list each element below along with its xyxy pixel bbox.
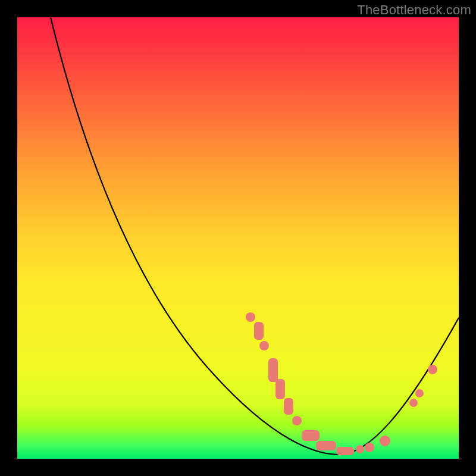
curve-marker-5 <box>284 398 293 415</box>
curve-marker-2 <box>259 341 269 350</box>
watermark-text: TheBottleneck.com <box>357 2 471 18</box>
curve-marker-3 <box>268 358 278 382</box>
marker-layer <box>246 312 437 455</box>
curve-marker-11 <box>365 443 374 452</box>
curve-marker-15 <box>428 365 437 374</box>
curve-marker-7 <box>302 430 320 441</box>
curve-marker-0 <box>246 312 255 322</box>
curve-marker-13 <box>409 399 418 407</box>
curve-marker-6 <box>292 416 302 425</box>
chart-area <box>17 17 459 459</box>
curve-marker-1 <box>254 322 264 340</box>
bottleneck-chart-svg <box>17 17 459 459</box>
bottleneck-curve-path <box>51 17 459 455</box>
curve-marker-4 <box>275 379 285 399</box>
curve-marker-9 <box>336 447 354 455</box>
curve-marker-14 <box>415 389 424 397</box>
curve-marker-10 <box>356 445 364 453</box>
curve-marker-8 <box>316 441 336 450</box>
curve-marker-12 <box>380 436 390 446</box>
